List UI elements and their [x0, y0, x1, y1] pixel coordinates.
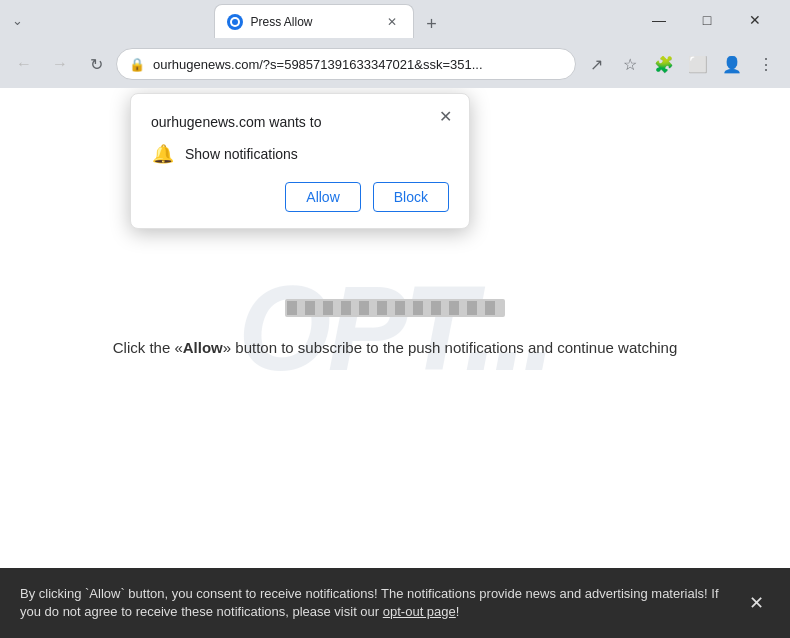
dialog-buttons: Allow Block [151, 182, 449, 212]
tab-close-button[interactable]: ✕ [383, 13, 401, 31]
permission-dialog: ✕ ourhugenews.com wants to 🔔 Show notifi… [130, 93, 470, 229]
bottom-bar-text: By clicking `Allow` button, you consent … [20, 585, 730, 621]
close-button[interactable]: ✕ [732, 4, 778, 36]
bottom-notification-bar: By clicking `Allow` button, you consent … [0, 568, 790, 638]
extensions-button[interactable]: 🧩 [648, 48, 680, 80]
permission-row: 🔔 Show notifications [151, 142, 449, 166]
lock-icon: 🔒 [129, 57, 145, 72]
maximize-button[interactable]: □ [684, 4, 730, 36]
chevron-icon: ⌄ [12, 13, 23, 28]
active-tab[interactable]: Press Allow ✕ [214, 4, 414, 38]
progress-bar-wrapper [285, 299, 505, 317]
address-bar[interactable]: 🔒 ourhugenews.com/?s=598571391633347021&… [116, 48, 576, 80]
bottom-bar-main-text: By clicking `Allow` button, you consent … [20, 586, 719, 619]
sidebar-button[interactable]: ⬜ [682, 48, 714, 80]
title-bar: ⌄ Press Allow ✕ + — □ ✕ [0, 0, 790, 40]
forward-button[interactable]: → [44, 48, 76, 80]
bottom-bar-close-button[interactable]: ✕ [742, 589, 770, 617]
toolbar-icons: ↗ ☆ 🧩 ⬜ 👤 ⋮ [580, 48, 782, 80]
share-button[interactable]: ↗ [580, 48, 612, 80]
new-tab-button[interactable]: + [418, 10, 446, 38]
svg-point-1 [232, 19, 238, 25]
permission-text: Show notifications [185, 146, 298, 162]
back-button[interactable]: ← [8, 48, 40, 80]
profile-button[interactable]: 👤 [716, 48, 748, 80]
bookmark-button[interactable]: ☆ [614, 48, 646, 80]
browser-window: ⌄ Press Allow ✕ + — □ ✕ ← → ↻ 🔒 ourhugen… [0, 0, 790, 638]
reload-button[interactable]: ↻ [80, 48, 112, 80]
bottom-bar-end-text: ! [456, 604, 460, 619]
address-text: ourhugenews.com/?s=598571391633347021&ss… [153, 57, 563, 72]
dialog-title: ourhugenews.com wants to [151, 114, 449, 130]
tab-title: Press Allow [251, 15, 375, 29]
subscribe-text: Click the «Allow» button to subscribe to… [113, 337, 678, 358]
progress-container: Click the «Allow» button to subscribe to… [113, 299, 678, 358]
menu-button[interactable]: ⋮ [750, 48, 782, 80]
tab-strip-controls: ⌄ [12, 13, 23, 28]
minimize-button[interactable]: — [636, 4, 682, 36]
content-area: OPT... ✕ ourhugenews.com wants to 🔔 Show… [0, 88, 790, 568]
block-button[interactable]: Block [373, 182, 449, 212]
opt-out-link[interactable]: opt-out page [383, 604, 456, 619]
bell-icon: 🔔 [151, 142, 175, 166]
tab-favicon [227, 14, 243, 30]
dialog-close-button[interactable]: ✕ [433, 104, 457, 128]
window-controls: — □ ✕ [636, 4, 778, 36]
allow-button[interactable]: Allow [285, 182, 360, 212]
tab-bar: Press Allow ✕ + [206, 2, 454, 38]
progress-bar [287, 301, 503, 315]
toolbar: ← → ↻ 🔒 ourhugenews.com/?s=5985713916333… [0, 40, 790, 88]
